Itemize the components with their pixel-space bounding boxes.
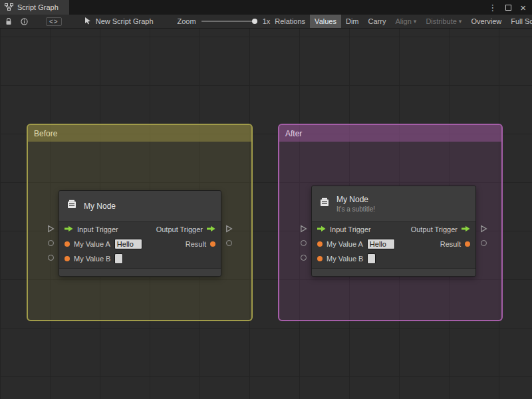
port-row-value-a: My Value A Result	[59, 237, 221, 251]
port-row-triggers: Input Trigger Output Trigger	[59, 222, 221, 237]
overview-button[interactable]: Overview	[466, 15, 506, 28]
node-footer	[59, 268, 221, 276]
result-port-icon[interactable]	[210, 241, 215, 247]
result-port-external[interactable]	[481, 240, 487, 246]
port-row-value-a: My Value A Result	[312, 237, 475, 251]
relations-button[interactable]: Relations	[270, 15, 310, 28]
zoom-slider-thumb[interactable]	[252, 19, 257, 24]
value-b-port-icon[interactable]	[65, 256, 70, 261]
values-button[interactable]: Values	[310, 15, 341, 28]
flow-output-port-icon[interactable]	[462, 225, 470, 233]
flow-output-port-icon[interactable]	[207, 225, 215, 233]
info-icon[interactable]	[21, 18, 28, 25]
dim-button[interactable]: Dim	[341, 15, 364, 28]
zoom-label: Zoom	[178, 17, 196, 25]
flow-input-port-external[interactable]	[300, 225, 307, 233]
output-trigger-label: Output Trigger	[411, 225, 458, 233]
toolbar-buttons: Relations Values Dim Carry Align▾ Distri…	[270, 15, 532, 28]
value-a-port-icon[interactable]	[65, 241, 70, 247]
output-trigger-label: Output Trigger	[156, 225, 203, 233]
chevron-down-icon: ▾	[414, 18, 417, 25]
value-b-label: My Value B	[74, 255, 110, 263]
zoom-slider[interactable]	[201, 21, 257, 22]
result-label: Result	[186, 240, 206, 248]
value-b-port-external[interactable]	[301, 255, 307, 261]
value-a-port-external[interactable]	[301, 240, 307, 246]
carry-button[interactable]: Carry	[364, 15, 391, 28]
zoom-value: 1x	[263, 17, 271, 25]
fullscreen-button[interactable]: Full Scr	[506, 15, 532, 28]
tab-bar: Script Graph ⋮ ×	[0, 0, 532, 15]
result-label: Result	[440, 240, 461, 248]
value-a-input[interactable]	[367, 239, 395, 249]
value-a-input[interactable]	[114, 239, 142, 249]
group-before-header[interactable]: Before	[28, 125, 251, 142]
value-b-input[interactable]	[114, 253, 123, 264]
value-a-label: My Value A	[327, 240, 363, 248]
port-row-value-b: My Value B	[59, 251, 221, 266]
value-a-port-icon[interactable]	[317, 241, 323, 247]
flow-input-port-icon[interactable]	[65, 225, 73, 233]
value-b-port-external[interactable]	[48, 255, 54, 261]
result-port-external[interactable]	[226, 240, 232, 246]
node-my-node-before[interactable]: My Node Input Trigger Output Trigger	[59, 190, 221, 277]
value-a-port-external[interactable]	[48, 240, 54, 246]
node-title: My Node	[336, 195, 375, 204]
value-b-input[interactable]	[367, 253, 376, 264]
input-trigger-label: Input Trigger	[77, 225, 118, 233]
flow-input-port-icon[interactable]	[317, 225, 326, 233]
value-b-port-icon[interactable]	[317, 256, 323, 261]
node-title: My Node	[84, 201, 116, 211]
align-button[interactable]: Align▾	[390, 15, 421, 28]
group-after-header[interactable]: After	[279, 125, 501, 142]
group-before-title: Before	[34, 129, 57, 138]
node-icon	[319, 197, 331, 211]
node-icon	[66, 199, 78, 213]
close-icon[interactable]: ×	[520, 3, 526, 13]
maximize-icon[interactable]	[505, 5, 511, 11]
lock-icon[interactable]	[5, 18, 12, 25]
pointer-icon	[84, 17, 91, 26]
port-row-value-b: My Value B	[312, 251, 475, 266]
result-port-icon[interactable]	[465, 241, 470, 247]
node-footer	[312, 268, 475, 276]
distribute-button[interactable]: Distribute▾	[421, 15, 466, 28]
tab-title: Script Graph	[17, 3, 59, 11]
flow-input-port-external[interactable]	[47, 225, 55, 233]
input-trigger-label: Input Trigger	[330, 225, 371, 233]
tab-script-graph[interactable]: Script Graph	[0, 0, 69, 15]
node-my-node-after[interactable]: My Node It's a subtitle! Input Trigger O…	[311, 186, 476, 277]
script-graph-window: Script Graph ⋮ × <> New Script Graph Zoo…	[0, 0, 532, 399]
graph-name-label: New Script Graph	[96, 17, 154, 25]
value-b-label: My Value B	[327, 255, 363, 263]
chevron-down-icon: ▾	[459, 18, 462, 25]
port-row-triggers: Input Trigger Output Trigger	[312, 222, 475, 237]
graph-toolbar: <> New Script Graph Zoom 1x Relations Va…	[0, 15, 532, 29]
script-graph-icon	[5, 3, 13, 12]
graph-canvas[interactable]: Before After	[0, 29, 532, 399]
node-subtitle: It's a subtitle!	[336, 205, 375, 213]
value-a-label: My Value A	[74, 240, 110, 248]
menu-kebab-icon[interactable]: ⋮	[488, 3, 497, 12]
flow-output-port-external[interactable]	[480, 225, 487, 233]
flow-output-port-external[interactable]	[225, 225, 233, 233]
code-icon[interactable]: <>	[46, 17, 62, 26]
group-after-title: After	[285, 129, 302, 138]
